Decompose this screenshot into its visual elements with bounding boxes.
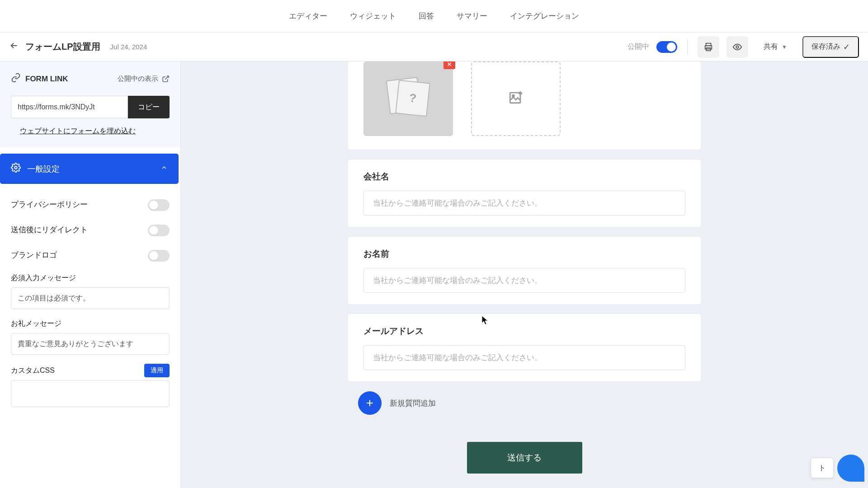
question-block-email[interactable]: メールアドレス xyxy=(348,314,701,381)
setting-label: ブランドロゴ xyxy=(11,249,57,261)
share-label: 共有 xyxy=(764,42,778,52)
nav-responses[interactable]: 回答 xyxy=(419,11,434,21)
preview-button[interactable] xyxy=(726,36,748,58)
custom-css-textarea[interactable] xyxy=(11,380,170,407)
question-input[interactable] xyxy=(363,191,685,216)
nav-summary[interactable]: サマリー xyxy=(457,11,487,21)
plus-icon: + xyxy=(366,396,373,410)
thanks-label: お礼メッセージ xyxy=(11,319,170,328)
apply-css-button[interactable]: 適用 xyxy=(144,364,170,377)
share-button[interactable]: 共有 ▼ xyxy=(755,36,795,58)
saved-button[interactable]: 保存済み ✓ xyxy=(802,36,859,58)
chevron-up-icon xyxy=(160,164,168,174)
question-label: お名前 xyxy=(363,248,685,260)
nav-widget[interactable]: ウィジェット xyxy=(350,11,396,21)
setting-privacy-policy: プライバシーポリシー xyxy=(11,192,170,217)
setting-label: 送信後にリダイレクト xyxy=(11,224,88,236)
form-url-input[interactable] xyxy=(11,96,128,118)
image-upload-block[interactable]: ? ? xyxy=(348,61,701,150)
svg-rect-5 xyxy=(510,93,520,103)
form-link-section: FORM LINK 公開中の表示 コピー ウェブサイトにフォームを埋め込む xyxy=(0,61,180,147)
back-arrow-icon[interactable] xyxy=(9,41,19,53)
chat-bubble-button[interactable] xyxy=(837,455,864,482)
required-msg-input[interactable] xyxy=(11,287,170,309)
thanks-input[interactable] xyxy=(11,333,170,355)
publish-status-label: 公開中 xyxy=(627,42,649,52)
question-input[interactable] xyxy=(363,268,685,293)
setting-label: プライバシーポリシー xyxy=(11,198,88,211)
form-link-title: FORM LINK xyxy=(11,73,68,85)
question-block-company[interactable]: 会社名 xyxy=(348,160,701,227)
external-link-icon xyxy=(162,75,170,83)
setting-brand-logo: ブランドロゴ xyxy=(11,243,170,268)
svg-point-3 xyxy=(736,46,739,48)
nav-integration[interactable]: インテグレーション xyxy=(510,11,579,21)
gear-icon xyxy=(11,163,21,175)
question-label: メールアドレス xyxy=(363,325,685,337)
general-settings-label: 一般設定 xyxy=(27,164,154,174)
custom-css-label: カスタムCSS xyxy=(11,366,55,375)
add-image-icon xyxy=(508,89,524,108)
view-published-label: 公開中の表示 xyxy=(118,75,158,83)
required-msg-label: 必須入力メッセージ xyxy=(11,273,170,283)
page-title: フォームLP設置用 xyxy=(25,41,100,53)
form-canvas: ? ? 会社名 お名前 xyxy=(181,61,868,488)
submit-button[interactable]: 送信する xyxy=(467,442,582,474)
general-settings-header[interactable]: 一般設定 xyxy=(0,154,179,184)
add-question-row[interactable]: + 新規質問追加 xyxy=(358,391,701,415)
top-nav: エディター ウィジェット 回答 サマリー インテグレーション xyxy=(0,0,868,33)
add-question-label: 新規質問追加 xyxy=(390,398,436,408)
delete-image-button[interactable] xyxy=(443,61,455,69)
brand-logo-toggle[interactable] xyxy=(148,250,170,262)
page-date: Jul 24, 2024 xyxy=(110,43,147,51)
form-preview: ? ? 会社名 お名前 xyxy=(348,61,701,474)
print-button[interactable] xyxy=(698,36,719,58)
image-placeholder-icon: ? ? xyxy=(388,79,429,119)
image-tile[interactable]: ? ? xyxy=(363,61,453,136)
publish-toggle[interactable] xyxy=(656,41,677,53)
question-label: 会社名 xyxy=(363,171,685,183)
privacy-toggle[interactable] xyxy=(148,199,170,211)
header-actions: 公開中 共有 ▼ 保存済み ✓ xyxy=(627,36,859,58)
view-published-link[interactable]: 公開中の表示 xyxy=(118,75,170,83)
header-bar: フォームLP設置用 Jul 24, 2024 公開中 共有 ▼ 保存済み ✓ xyxy=(0,33,868,61)
link-icon xyxy=(11,73,21,85)
nav-editor[interactable]: エディター xyxy=(289,11,327,21)
settings-body: プライバシーポリシー 送信後にリダイレクト ブランドロゴ 必須入力メッセージ お… xyxy=(0,184,180,412)
question-input[interactable] xyxy=(363,345,685,370)
svg-point-4 xyxy=(14,166,17,169)
form-link-title-text: FORM LINK xyxy=(25,75,68,84)
question-block-name[interactable]: お名前 xyxy=(348,237,701,304)
embed-link[interactable]: ウェブサイトにフォームを埋め込む xyxy=(11,127,170,136)
redirect-toggle[interactable] xyxy=(148,225,170,236)
float-tab[interactable]: ト xyxy=(811,458,834,478)
setting-redirect: 送信後にリダイレクト xyxy=(11,217,170,243)
check-icon: ✓ xyxy=(843,42,850,52)
copy-button[interactable]: コピー xyxy=(128,96,170,118)
chevron-down-icon: ▼ xyxy=(782,44,787,50)
saved-label: 保存済み xyxy=(811,42,840,52)
add-question-button[interactable]: + xyxy=(358,391,382,415)
add-image-tile[interactable] xyxy=(471,61,561,136)
sidebar: FORM LINK 公開中の表示 コピー ウェブサイトにフォームを埋め込む 一般… xyxy=(0,61,181,488)
